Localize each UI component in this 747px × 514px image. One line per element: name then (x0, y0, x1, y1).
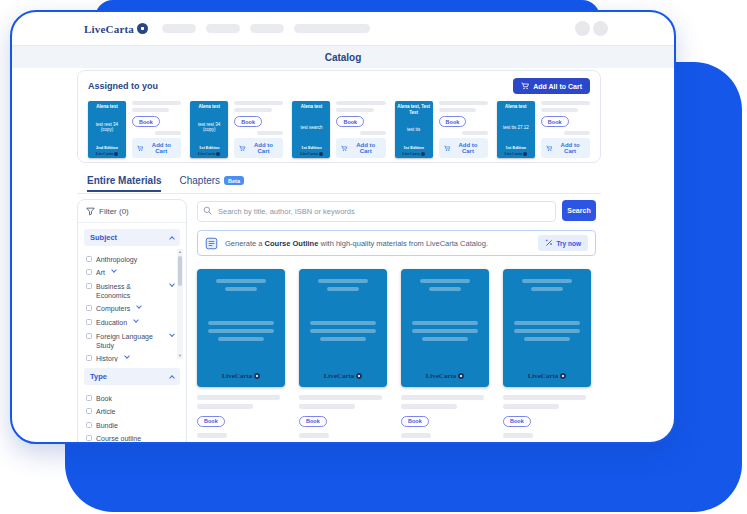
add-to-cart-button[interactable]: Add to Cart (234, 138, 283, 158)
title-placeholder (439, 101, 488, 105)
subject-option-computers[interactable]: Computers (86, 304, 174, 313)
title-placeholder (197, 395, 280, 400)
type-option-bundle[interactable]: Bundle (86, 421, 174, 430)
livecarta-mini-icon (421, 152, 425, 156)
livecarta-logo[interactable]: LiveCarta (84, 23, 148, 35)
subject-list-scrollbar[interactable]: ▲ ▼ (177, 249, 183, 359)
title-placeholder (439, 108, 476, 112)
title-placeholder (541, 108, 578, 112)
type-option-course-outline[interactable]: Course outline (86, 434, 174, 443)
chevron-down-icon[interactable] (169, 331, 174, 336)
checkbox[interactable] (86, 319, 92, 325)
assigned-book-card[interactable]: Alena test test rest 34 (copy) 1st Editi… (190, 101, 283, 158)
try-now-button[interactable]: Try now (538, 235, 588, 251)
scrollbar-thumb[interactable] (178, 256, 182, 286)
book-cover[interactable]: LiveCarta (401, 269, 489, 387)
catalog-book-card[interactable]: LiveCarta Book (503, 269, 591, 438)
add-to-cart-button[interactable]: Add to Cart (439, 138, 488, 158)
book-meta: Book Add to Cart (132, 101, 181, 158)
browser-window: LiveCarta Catalog Assigned to you (10, 10, 676, 444)
tab-entire-materials[interactable]: Entire Materials (87, 175, 161, 192)
assigned-header: Assigned to you Add All to Cart (88, 78, 590, 94)
tab-chapters-label: Chapters (179, 175, 220, 186)
add-to-cart-button[interactable]: Add to Cart (541, 138, 590, 158)
assigned-book-card[interactable]: Alena test test tts 27.12 1st Edition Li… (497, 101, 590, 158)
add-all-to-cart-button[interactable]: Add All to Cart (513, 78, 590, 94)
assigned-book-card[interactable]: Alena test, Test Test test tts 1st Editi… (395, 101, 488, 158)
subject-option-foreign-language-study[interactable]: Foreign Language Study (86, 332, 174, 350)
checkbox[interactable] (86, 435, 92, 441)
add-to-cart-button[interactable]: Add to Cart (132, 138, 181, 158)
chevron-down-icon[interactable] (111, 267, 117, 273)
book-cover[interactable]: LiveCarta (503, 269, 591, 387)
book-cover: Alena test, Test Test test tts 1st Editi… (395, 101, 433, 158)
page-title: Catalog (325, 52, 362, 63)
livecarta-mini-icon (458, 373, 464, 379)
title-placeholder (234, 108, 271, 112)
checkbox[interactable] (86, 305, 92, 311)
chevron-down-icon[interactable] (133, 317, 139, 323)
filter-header[interactable]: Filter (0) (78, 200, 186, 223)
checkbox[interactable] (86, 333, 92, 339)
title-placeholder (234, 101, 283, 105)
book-cover: Alena test test tts 27.12 1st Edition Li… (497, 101, 535, 158)
search-button[interactable]: Search (562, 200, 596, 221)
scroll-down-icon[interactable]: ▼ (178, 353, 182, 359)
beta-badge: Beta (224, 176, 244, 185)
chevron-up-icon (169, 375, 175, 381)
author-placeholder (420, 279, 469, 283)
chevron-down-icon[interactable] (136, 304, 142, 310)
book-cover[interactable]: LiveCarta (299, 269, 387, 387)
subject-option-business-economics[interactable]: Business & Economics (86, 282, 174, 300)
cart-icon (521, 82, 529, 90)
author-placeholder (327, 287, 359, 291)
try-now-label: Try now (556, 240, 581, 247)
filter-section-type[interactable]: Type (84, 368, 180, 385)
filters-sidebar: Filter (0) Subject Anthropology Art (77, 199, 187, 444)
search-input[interactable] (197, 201, 556, 222)
type-option-book[interactable]: Book (86, 394, 174, 403)
livecarta-mini-icon (216, 152, 220, 156)
catalog-book-card[interactable]: LiveCarta Book (299, 269, 387, 438)
nav-placeholder-pill[interactable] (162, 24, 196, 33)
subject-option-education[interactable]: Education (86, 318, 174, 327)
book-edition: 2nd Edition (90, 145, 124, 150)
scroll-up-icon[interactable]: ▲ (178, 249, 182, 255)
avatar-circle[interactable] (593, 21, 608, 36)
livecarta-mini-icon (560, 373, 566, 379)
type-checkbox-list: Book Article Bundle Course outline Essay (78, 385, 186, 444)
checkbox[interactable] (86, 395, 92, 401)
title-placeholder (218, 337, 264, 341)
avatar-circle[interactable] (575, 21, 590, 36)
livecarta-mini-icon (254, 373, 260, 379)
assigned-book-card[interactable]: Alena test test search 1st Edition LiveC… (292, 101, 385, 158)
nav-placeholder-pill[interactable] (206, 24, 240, 33)
nav-placeholder-pill[interactable] (294, 24, 370, 33)
checkbox[interactable] (86, 355, 92, 361)
assigned-title: Assigned to you (88, 81, 158, 91)
checkbox[interactable] (86, 422, 92, 428)
book-cover[interactable]: LiveCarta (197, 269, 285, 387)
subject-option-anthropology[interactable]: Anthropology (86, 255, 174, 264)
checkbox[interactable] (86, 269, 92, 275)
chevron-down-icon[interactable] (169, 281, 175, 287)
title-placeholder (320, 337, 366, 341)
checkbox[interactable] (86, 283, 92, 289)
catalog-book-card[interactable]: LiveCarta Book (401, 269, 489, 438)
filter-section-subject[interactable]: Subject (84, 229, 180, 246)
assigned-book-card[interactable]: Alena test test rest 34 (copy) 2nd Editi… (88, 101, 181, 158)
checkbox[interactable] (86, 408, 92, 414)
chevron-down-icon[interactable] (124, 353, 130, 359)
subject-option-history[interactable]: History (86, 354, 174, 362)
catalog-book-card[interactable]: LiveCarta Book (197, 269, 285, 438)
checkbox[interactable] (86, 256, 92, 262)
nav-placeholder-pill[interactable] (250, 24, 284, 33)
subject-option-art[interactable]: Art (86, 268, 174, 277)
tab-chapters[interactable]: Chapters Beta (179, 175, 244, 190)
add-to-cart-label: Add to Cart (146, 142, 176, 154)
search-box (197, 200, 556, 222)
book-type-badge: Book (197, 416, 225, 427)
add-to-cart-button[interactable]: Add to Cart (336, 138, 385, 158)
type-option-article[interactable]: Article (86, 407, 174, 416)
book-edition: 1st Edition (294, 145, 328, 150)
